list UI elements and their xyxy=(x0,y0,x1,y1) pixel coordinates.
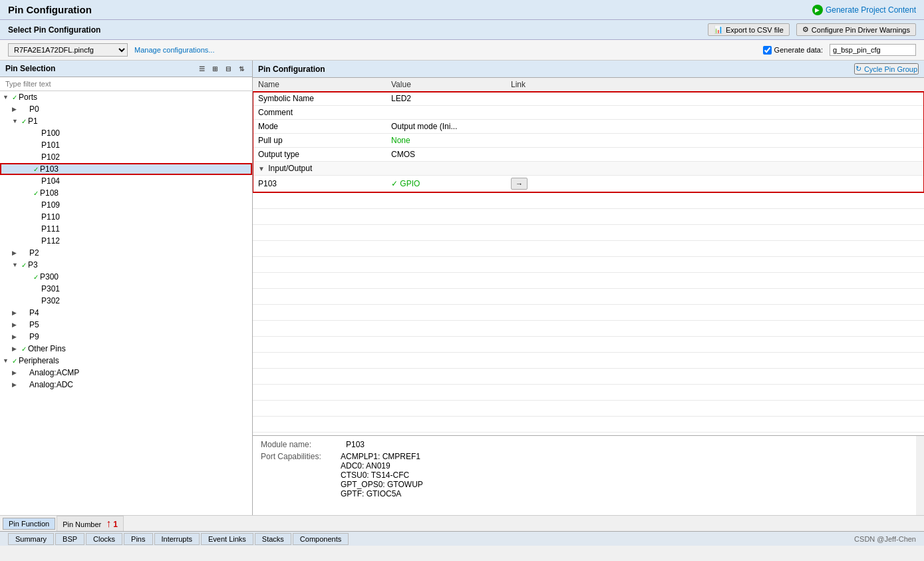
tree-item-p104[interactable]: P104 xyxy=(0,175,252,187)
cap-item-4: GPTF: GTIOC5A xyxy=(341,489,423,498)
tree-item-p301[interactable]: P301 xyxy=(0,283,252,295)
tree-item-p302[interactable]: P302 xyxy=(0,295,252,307)
select-pin-bar-title: Select Pin Configuration xyxy=(8,25,114,35)
collapse-all-icon[interactable]: ⊟ xyxy=(223,63,233,74)
col-value-header: Value xyxy=(386,78,506,92)
cap-item-0: ACMPLP1: CMPREF1 xyxy=(341,452,423,461)
pin-number-tab[interactable]: Pin Number ↑ 1 xyxy=(57,516,124,532)
main-area: Pin Selection ☰ ⊞ ⊟ ⇅ ▼ ✓ Ports ▶ xyxy=(0,61,924,515)
other-pins-check: ✓ xyxy=(21,345,27,353)
tree-item-p3[interactable]: ▼ ✓ P3 xyxy=(0,259,252,271)
tree-item-peripherals[interactable]: ▼ ✓ Peripherals xyxy=(0,355,252,367)
row-comment-name: Comment xyxy=(253,106,386,120)
expand-p0-icon: ▶ xyxy=(12,106,21,112)
nav-tab-components[interactable]: Components xyxy=(293,533,349,545)
tree-item-analog-acmp[interactable]: ▶ Analog:ACMP xyxy=(0,367,252,379)
tree-item-other-pins[interactable]: ▶ ✓ Other Pins xyxy=(0,343,252,355)
nav-tab-bsp[interactable]: BSP xyxy=(55,533,84,545)
cycle-btn-label: Cycle Pin Group xyxy=(864,65,917,73)
tree-item-p300[interactable]: ✓ P300 xyxy=(0,271,252,283)
manage-configurations-link[interactable]: Manage configurations... xyxy=(134,46,214,54)
generate-data-checkbox[interactable] xyxy=(763,46,772,55)
row-symbolic-name: Symbolic Name xyxy=(253,92,386,106)
expand-all-icon[interactable]: ⊞ xyxy=(210,63,220,74)
tree-item-p1[interactable]: ▼ ✓ P1 xyxy=(0,115,252,127)
collapse-io-icon[interactable]: ▼ xyxy=(258,165,265,172)
configure-pin-driver-button[interactable]: ⚙ Configure Pin Driver Warnings xyxy=(796,23,916,36)
row-symbolic-value[interactable]: LED2 xyxy=(386,92,506,106)
nav-tab-stacks[interactable]: Stacks xyxy=(255,533,291,545)
expand-peripherals-icon: ▼ xyxy=(3,357,12,364)
nav-tab-interrupts[interactable]: Interrupts xyxy=(154,533,200,545)
left-panel-header: Pin Selection ☰ ⊞ ⊟ ⇅ xyxy=(0,61,252,77)
p3-check: ✓ xyxy=(21,262,27,269)
nav-tab-event-links[interactable]: Event Links xyxy=(201,533,253,545)
p103-link-button[interactable]: → xyxy=(511,178,528,190)
bottom-detail-panel: Module name: P103 Port Capabilities: ACM… xyxy=(253,435,924,515)
tree-item-p9[interactable]: ▶ P9 xyxy=(0,331,252,343)
expand-acmp-icon: ▶ xyxy=(12,369,21,376)
expand-p4-icon: ▶ xyxy=(12,309,21,316)
row-output-type-value[interactable]: CMOS xyxy=(386,148,506,162)
row-pullup-name: Pull up xyxy=(253,134,386,148)
cap-item-1: ADC0: AN019 xyxy=(341,461,423,470)
nav-tab-pins[interactable]: Pins xyxy=(124,533,152,545)
detail-scrollbar[interactable] xyxy=(916,436,924,515)
tree-item-p100[interactable]: P100 xyxy=(0,127,252,139)
table-row-mode: Mode Output mode (Ini... xyxy=(253,120,924,134)
cycle-icon: ↻ xyxy=(855,65,861,73)
tree-item-p101[interactable]: P101 xyxy=(0,139,252,151)
generate-data-input[interactable] xyxy=(830,44,916,56)
tree-item-p4[interactable]: ▶ P4 xyxy=(0,307,252,319)
sort-icon[interactable]: ⇅ xyxy=(236,63,247,74)
tree-item-analog-adc[interactable]: ▶ Analog:ADC xyxy=(0,379,252,391)
expand-p1-icon: ▼ xyxy=(12,118,21,124)
tree-item-ports[interactable]: ▼ ✓ Ports xyxy=(0,91,252,103)
table-row-symbolic: Symbolic Name LED2 xyxy=(253,92,924,106)
row-p103-link: → xyxy=(506,176,559,192)
expand-adc-icon: ▶ xyxy=(12,381,21,388)
tree-item-p0[interactable]: ▶ P0 xyxy=(0,103,252,115)
generate-btn-label: Generate Project Content xyxy=(826,5,916,15)
table-row-p103: P103 ✓ GPIO → xyxy=(253,176,924,192)
tree-item-p109[interactable]: P109 xyxy=(0,199,252,211)
row-p103-value[interactable]: ✓ GPIO xyxy=(386,176,506,192)
tree-item-p102[interactable]: P102 xyxy=(0,151,252,163)
row-mode-value[interactable]: Output mode (Ini... xyxy=(386,120,506,134)
configure-btn-label: Configure Pin Driver Warnings xyxy=(812,26,910,34)
expand-ports-icon: ▼ xyxy=(3,94,12,100)
expand-p2-icon: ▶ xyxy=(12,250,21,256)
play-icon: ▶ xyxy=(812,5,823,15)
tree-item-p111[interactable]: P111 xyxy=(0,223,252,235)
table-row-comment: Comment xyxy=(253,106,924,120)
nav-tab-summary[interactable]: Summary xyxy=(8,533,54,545)
nav-tab-clocks[interactable]: Clocks xyxy=(86,533,122,545)
pin-tabs-area: Pin Function Pin Number ↑ 1 xyxy=(0,515,924,531)
p103-check: ✓ xyxy=(33,166,39,173)
row-pullup-value[interactable]: None xyxy=(386,134,506,148)
row-comment-value[interactable] xyxy=(386,106,506,120)
port-cap-label: Port Capabilities: xyxy=(261,452,341,498)
tree-item-p2[interactable]: ▶ P2 xyxy=(0,247,252,259)
tree-item-p5[interactable]: ▶ P5 xyxy=(0,319,252,331)
pin-filter-input[interactable] xyxy=(0,77,252,91)
config-row: R7FA2E1A72DFL.pincfg Manage configuratio… xyxy=(0,40,924,61)
configure-icon: ⚙ xyxy=(802,25,809,34)
cap-item-3: GPT_OPS0: GTOWUP xyxy=(341,480,423,489)
tree-item-p110[interactable]: P110 xyxy=(0,211,252,223)
pin-function-tab[interactable]: Pin Function xyxy=(3,518,55,530)
pin-tree: ▼ ✓ Ports ▶ P0 ▼ ✓ P1 xyxy=(0,91,252,515)
right-panel-title: Pin Configuration xyxy=(258,65,325,74)
generate-project-content-button[interactable]: ▶ Generate Project Content xyxy=(812,5,916,15)
table-row-input-output: ▼ Input/Output xyxy=(253,162,924,176)
tree-item-p108[interactable]: ✓ P108 xyxy=(0,187,252,199)
export-csv-button[interactable]: 📊 Export to CSV file xyxy=(708,23,790,36)
config-select[interactable]: R7FA2E1A72DFL.pincfg xyxy=(8,43,128,57)
expand-p9-icon: ▶ xyxy=(12,333,21,340)
tree-item-p112[interactable]: P112 xyxy=(0,235,252,247)
list-view-icon[interactable]: ☰ xyxy=(196,63,207,74)
tree-item-p103[interactable]: ✓ P103 xyxy=(0,163,252,175)
top-header: Pin Configuration ▶ Generate Project Con… xyxy=(0,0,924,20)
cycle-pin-group-button[interactable]: ↻ Cycle Pin Group xyxy=(854,63,919,75)
row-io-name: ▼ Input/Output xyxy=(253,162,386,176)
